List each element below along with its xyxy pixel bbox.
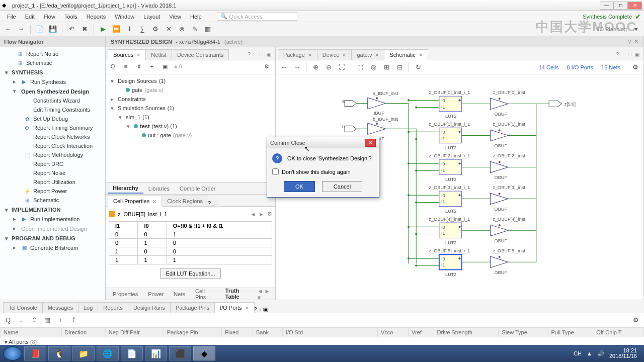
clock[interactable]: 18:212018/11/16: [609, 348, 637, 359]
modal-overlay: Confirm Close ✕ ? OK to close 'Synthesiz…: [0, 0, 644, 362]
taskbar-app[interactable]: 📕: [24, 346, 46, 360]
taskbar-app[interactable]: 🌐: [97, 346, 119, 360]
tray-icon[interactable]: ▲: [587, 350, 592, 356]
taskbar-app[interactable]: 📁: [72, 346, 95, 360]
checkbox[interactable]: [272, 168, 279, 175]
taskbar-app[interactable]: 📊: [145, 346, 167, 360]
confirm-close-dialog: Confirm Close ✕ ? OK to close 'Synthesiz…: [267, 137, 379, 198]
start-button[interactable]: [3, 346, 22, 360]
taskbar-app-vivado[interactable]: ◆: [193, 346, 215, 360]
ime-indicator[interactable]: CH: [574, 350, 582, 356]
tray-icon[interactable]: 🔊: [597, 350, 604, 357]
question-icon: ?: [272, 153, 282, 163]
taskbar-app[interactable]: 🐧: [48, 346, 70, 360]
taskbar-app[interactable]: 📄: [121, 346, 143, 360]
taskbar[interactable]: 📕 🐧 📁 🌐 📄 📊 ⬛ ◆ CH ▲ 🔊 18:212018/11/16: [0, 345, 644, 362]
dialog-close-icon[interactable]: ✕: [365, 139, 376, 147]
taskbar-app[interactable]: ⬛: [169, 346, 191, 360]
ok-button[interactable]: OK: [284, 181, 315, 192]
dialog-title: Confirm Close: [270, 140, 365, 146]
dialog-message: OK to close 'Synthesized Design'?: [287, 155, 371, 161]
cancel-button[interactable]: Cancel: [322, 181, 362, 192]
dont-show-checkbox[interactable]: Don't show this dialog again: [272, 168, 374, 175]
